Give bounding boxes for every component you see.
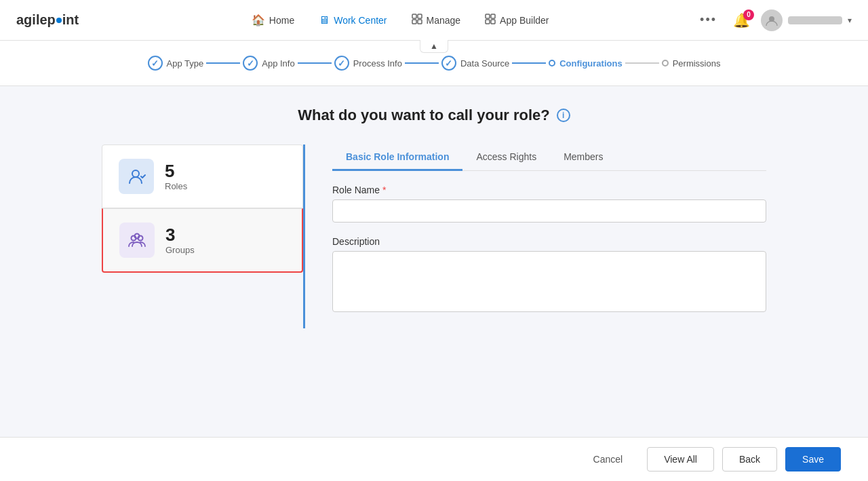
step-permissions[interactable]: Permissions (662, 58, 721, 69)
nav-label-work-center: Work Center (334, 15, 387, 26)
notification-badge: 0 (743, 9, 754, 20)
groups-card[interactable]: 3 Groups (102, 208, 303, 273)
collapse-stepper-button[interactable]: ▲ (420, 40, 448, 53)
role-name-label: Role Name* (332, 185, 766, 195)
step-process-info[interactable]: ✓ Process Info (334, 56, 402, 71)
groups-count: 3 (165, 226, 195, 244)
question-text: What do you want to call your role? (298, 107, 550, 124)
step-app-type[interactable]: ✓ App Type (148, 56, 204, 71)
groups-icon-wrapper (119, 223, 155, 258)
main-content: What do you want to call your role? i 5 … (0, 86, 868, 412)
step-label-process-info: Process Info (353, 58, 402, 69)
nav-label-home: Home (269, 15, 294, 26)
manage-icon (412, 14, 422, 27)
user-menu[interactable]: ▾ (761, 9, 852, 31)
step-circle-app-info: ✓ (243, 56, 258, 71)
left-panel: 5 Roles 3 Gro (102, 145, 305, 328)
home-icon: 🏠 (252, 14, 265, 26)
nav-right: ••• 🔔 0 ▾ (694, 7, 852, 33)
check-icon: ✓ (338, 58, 345, 69)
svg-rect-1 (418, 14, 422, 18)
step-label-data-source: Data Source (460, 58, 509, 69)
connector-3 (405, 62, 439, 64)
nav-label-manage: Manage (427, 15, 461, 26)
required-indicator: * (382, 185, 386, 195)
right-panel: Basic Role Information Access Rights Mem… (305, 145, 766, 328)
step-label-configurations: Configurations (559, 58, 622, 69)
logo-text-oint: int (62, 12, 79, 28)
user-name (788, 16, 842, 24)
groups-label: Groups (165, 245, 195, 255)
page-question: What do you want to call your role? i (41, 107, 827, 124)
connector-1 (206, 62, 240, 64)
svg-rect-0 (412, 14, 416, 18)
navbar: agilepint 🏠 Home 🖥 Work Center Manage (0, 0, 868, 41)
tab-label-members: Members (564, 151, 603, 162)
nav-item-app-builder[interactable]: App Builder (475, 8, 558, 33)
info-icon[interactable]: i (557, 109, 570, 122)
step-configurations[interactable]: Configurations (549, 58, 622, 69)
connector-4 (512, 62, 546, 64)
tab-basic-role-info[interactable]: Basic Role Information (332, 145, 462, 171)
nav-label-app-builder: App Builder (500, 15, 549, 26)
tab-label-basic: Basic Role Information (346, 151, 449, 162)
svg-rect-7 (491, 20, 495, 24)
step-label-app-info: App Info (262, 58, 294, 69)
chevron-down-icon: ▾ (848, 16, 852, 25)
role-name-input[interactable] (332, 199, 766, 223)
connector-2 (298, 62, 332, 64)
groups-info: 3 Groups (165, 226, 195, 255)
svg-rect-4 (486, 14, 490, 18)
more-button[interactable]: ••• (694, 7, 722, 33)
nav-items: 🏠 Home 🖥 Work Center Manage (106, 8, 694, 33)
step-dot-configurations (549, 60, 555, 66)
logo-dot-icon (56, 18, 62, 23)
step-dot-permissions (662, 60, 669, 66)
nav-item-home[interactable]: 🏠 Home (242, 8, 304, 32)
tab-label-access: Access Rights (476, 151, 536, 162)
check-icon: ✓ (151, 58, 159, 69)
check-icon: ✓ (445, 58, 452, 69)
role-name-group: Role Name* (332, 185, 766, 223)
svg-rect-5 (491, 14, 495, 18)
svg-rect-3 (418, 20, 422, 24)
roles-card[interactable]: 5 Roles (102, 145, 303, 208)
svg-rect-6 (486, 20, 490, 24)
roles-info: 5 Roles (165, 162, 187, 191)
stepper-wrapper: ▲ ✓ App Type ✓ App Info ✓ Process Info (0, 41, 868, 86)
logo-text-agile: agilep (16, 12, 56, 28)
description-label: Description (332, 236, 766, 247)
step-label-app-type: App Type (167, 58, 204, 69)
step-circle-app-type: ✓ (148, 56, 163, 71)
svg-rect-2 (412, 20, 416, 24)
step-data-source[interactable]: ✓ Data Source (441, 56, 509, 71)
tab-access-rights[interactable]: Access Rights (462, 145, 550, 171)
role-icon (126, 166, 146, 187)
nav-item-manage[interactable]: Manage (402, 8, 471, 33)
description-textarea[interactable] (332, 251, 766, 312)
tab-row: Basic Role Information Access Rights Mem… (332, 145, 766, 171)
nav-item-work-center[interactable]: 🖥 Work Center (309, 9, 396, 32)
check-icon: ✓ (247, 58, 254, 69)
step-label-permissions: Permissions (673, 58, 721, 69)
avatar (761, 9, 783, 31)
description-group: Description (332, 236, 766, 315)
group-icon (127, 230, 147, 250)
monitor-icon: 🖥 (319, 14, 330, 26)
collapse-icon: ▲ (430, 41, 438, 51)
connector-5 (625, 62, 659, 64)
step-circle-process-info: ✓ (334, 56, 349, 71)
content-area: 5 Roles 3 Gro (102, 145, 766, 328)
tab-members[interactable]: Members (550, 145, 616, 171)
notification-bell[interactable]: 🔔 0 (733, 12, 750, 28)
step-app-info[interactable]: ✓ App Info (243, 56, 294, 71)
logo[interactable]: agilepint (16, 12, 79, 28)
roles-label: Roles (165, 181, 187, 191)
roles-count: 5 (165, 162, 187, 180)
roles-icon-wrapper (119, 159, 154, 194)
step-circle-data-source: ✓ (441, 56, 456, 71)
app-builder-icon (485, 14, 496, 27)
more-icon: ••• (700, 13, 717, 27)
svg-point-9 (132, 170, 139, 177)
